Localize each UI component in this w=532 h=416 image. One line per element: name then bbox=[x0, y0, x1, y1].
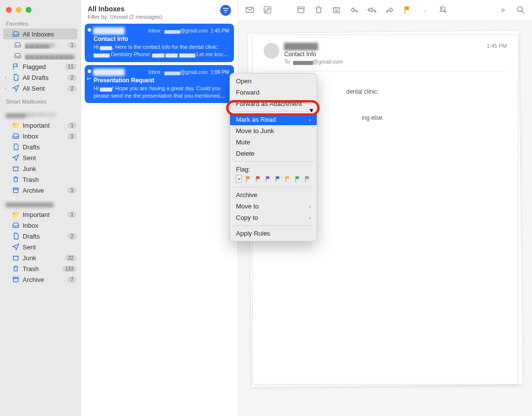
flag-button[interactable] bbox=[402, 4, 413, 15]
ctx-mark-as-read[interactable]: Mark as Read› bbox=[230, 114, 317, 125]
zoom-window-button[interactable] bbox=[26, 7, 32, 13]
sidebar-item-label: Flagged bbox=[23, 63, 62, 70]
window-controls bbox=[0, 3, 80, 16]
inbox-icon bbox=[12, 30, 20, 38]
count-badge: 7 bbox=[67, 277, 76, 283]
message-row[interactable]: ████████ Inbox · ▅▅▅▅@gmail.com 1:45 PM … bbox=[85, 24, 234, 62]
svg-point-11 bbox=[517, 6, 522, 11]
sidebar-item-trash-2[interactable]: Trash 133 bbox=[0, 263, 80, 274]
flag-menu-button[interactable]: ⌄ bbox=[420, 4, 431, 15]
sidebar-item-label: Trash bbox=[23, 265, 59, 273]
sidebar-section-favorites: Favorites bbox=[0, 16, 80, 29]
ctx-delete[interactable]: Delete bbox=[230, 148, 317, 159]
message-time-header: 1:45 PM bbox=[487, 43, 507, 65]
unread-dot-icon bbox=[88, 28, 91, 32]
message-time: 1:06 PM bbox=[211, 69, 229, 75]
archive-icon bbox=[12, 276, 20, 283]
minimize-window-button[interactable] bbox=[16, 7, 22, 13]
message-subject-header: Contact Info bbox=[284, 51, 482, 58]
flag-purple[interactable] bbox=[265, 175, 271, 182]
reply-all-button[interactable] bbox=[366, 4, 377, 15]
sidebar-item-label: Archive bbox=[23, 276, 65, 283]
sidebar-item-label: Sent bbox=[23, 154, 76, 162]
sidebar-item-junk[interactable]: Junk bbox=[0, 163, 80, 174]
ctx-flag-row: ✕ bbox=[230, 173, 317, 185]
sidebar-item-junk-2[interactable]: Junk 22 bbox=[0, 252, 80, 263]
trash-icon bbox=[12, 265, 20, 273]
inbox-icon bbox=[12, 132, 20, 140]
search-button[interactable] bbox=[515, 4, 526, 15]
flag-red[interactable] bbox=[255, 175, 262, 182]
message-list-column: All Inboxes Filter by: Unread (2 message… bbox=[81, 0, 238, 416]
ctx-forward-attachment[interactable]: Forward as Attachment bbox=[230, 98, 317, 109]
sidebar-item-drafts[interactable]: Drafts bbox=[0, 141, 80, 152]
message-row[interactable]: ↩ ████████ Inbox · ▅▅▅▅@gmail.com 1:06 P… bbox=[85, 65, 234, 104]
junk-button[interactable] bbox=[331, 4, 342, 15]
inbox-icon bbox=[12, 221, 20, 229]
close-window-button[interactable] bbox=[6, 7, 12, 13]
message-header: ████████ Contact Info To: ▅▅▅▅▅@gmail.co… bbox=[264, 43, 507, 71]
ctx-flag-label: Flag: bbox=[230, 164, 317, 173]
sidebar-item-important-2[interactable]: 📁 Important 1 bbox=[0, 209, 80, 220]
message-preview: Hi ▅▅▅! Hope you are having a great day.… bbox=[94, 85, 229, 100]
sidebar-item-flagged[interactable]: Flagged 11 bbox=[0, 61, 80, 72]
ctx-separator bbox=[233, 111, 314, 112]
sidebar-item-trash[interactable]: Trash bbox=[0, 174, 80, 185]
chevron-right-icon[interactable]: › bbox=[5, 86, 9, 91]
sidebar-item-archive-2[interactable]: Archive 7 bbox=[0, 274, 80, 285]
count-badge: 133 bbox=[62, 266, 76, 272]
sidebar-item-sent[interactable]: Sent bbox=[0, 152, 80, 163]
sidebar-item-label: Inbox bbox=[23, 222, 76, 229]
more-button[interactable]: » bbox=[498, 4, 508, 15]
ctx-separator bbox=[233, 187, 314, 187]
message-subject: Presentation Request bbox=[94, 77, 229, 84]
flag-clear-button[interactable]: ✕ bbox=[236, 175, 242, 183]
flag-gray[interactable] bbox=[304, 175, 311, 182]
flag-blue[interactable] bbox=[274, 175, 281, 182]
sidebar-item-all-sent[interactable]: › All Sent 2 bbox=[0, 83, 80, 94]
message-sender: ████████ bbox=[94, 28, 145, 34]
reply-button[interactable] bbox=[349, 4, 360, 15]
get-mail-button[interactable] bbox=[244, 4, 255, 15]
ctx-mute[interactable]: Mute bbox=[230, 137, 317, 148]
delete-button[interactable] bbox=[313, 4, 324, 15]
inbox-icon bbox=[14, 52, 22, 60]
flag-orange[interactable] bbox=[245, 175, 252, 182]
ctx-copy-to[interactable]: Copy to› bbox=[230, 212, 317, 223]
ctx-move-to[interactable]: Move to› bbox=[230, 201, 317, 212]
sidebar-item-sent-2[interactable]: Sent bbox=[0, 242, 80, 252]
count-badge: 22 bbox=[65, 255, 76, 261]
sidebar: Favorites ⌄ All Inboxes ▅▅▅▅▅@g… 1 ▅▅▅▅▅… bbox=[0, 0, 81, 416]
archive-button[interactable] bbox=[296, 4, 306, 15]
flag-green[interactable] bbox=[294, 175, 301, 182]
flag-yellow[interactable] bbox=[284, 175, 291, 182]
forward-button[interactable] bbox=[384, 4, 395, 15]
sidebar-item-account-inbox-2[interactable]: ▅▅▅▅▅▅▅▅▅▅ bbox=[0, 50, 80, 61]
ctx-forward[interactable]: Forward bbox=[230, 87, 317, 98]
sidebar-item-label: Archive bbox=[23, 187, 65, 194]
compose-button[interactable] bbox=[262, 4, 273, 15]
message-to: To: ▅▅▅▅▅@gmail.com bbox=[284, 59, 482, 65]
sidebar-item-label: Drafts bbox=[23, 143, 76, 151]
sidebar-item-inbox-2[interactable]: Inbox bbox=[0, 220, 80, 231]
count-badge: 1 bbox=[67, 211, 76, 218]
sidebar-item-inbox[interactable]: Inbox 1 bbox=[0, 131, 80, 141]
sidebar-item-label: All Inboxes bbox=[23, 31, 73, 38]
sidebar-item-account-inbox-1[interactable]: ▅▅▅▅▅@g… 1 bbox=[0, 39, 80, 50]
ctx-move-to-junk[interactable]: Move to Junk bbox=[230, 125, 317, 137]
ctx-apply-rules[interactable]: Apply Rules bbox=[230, 228, 317, 239]
folder-icon: 📁 bbox=[12, 210, 20, 218]
chevron-right-icon[interactable]: › bbox=[5, 75, 9, 80]
chevron-down-icon[interactable]: ⌄ bbox=[5, 32, 9, 36]
mute-button[interactable] bbox=[437, 4, 448, 15]
sidebar-item-all-inboxes[interactable]: ⌄ All Inboxes bbox=[3, 29, 77, 39]
count-badge: 2 bbox=[67, 85, 76, 92]
ctx-archive[interactable]: Archive bbox=[230, 189, 317, 201]
sidebar-item-all-drafts[interactable]: › All Drafts 2 bbox=[0, 72, 80, 83]
sidebar-item-archive[interactable]: Archive 1 bbox=[0, 185, 80, 196]
sidebar-item-label: ▅▅▅▅▅@g… bbox=[25, 41, 65, 49]
sidebar-item-important[interactable]: 📁 Important 1 bbox=[0, 120, 80, 131]
sidebar-item-drafts-2[interactable]: Drafts 2 bbox=[0, 231, 80, 242]
ctx-open[interactable]: Open bbox=[230, 75, 317, 87]
filter-button[interactable] bbox=[220, 5, 231, 16]
